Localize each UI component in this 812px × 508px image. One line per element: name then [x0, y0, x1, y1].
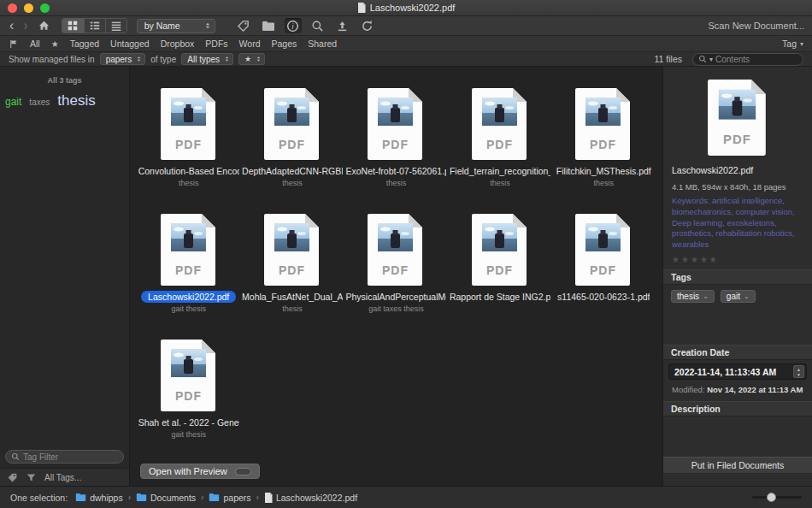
file-name[interactable]: Convolution-Based Encodin...: [138, 165, 239, 177]
date-stepper[interactable]: ▲▼: [793, 365, 804, 378]
zoom-slider-track[interactable]: [752, 496, 802, 499]
breadcrumb-item[interactable]: dwhipps: [75, 493, 123, 503]
file-cell[interactable]: PDF Laschowski2022.pdf gait thesis: [138, 213, 240, 314]
breadcrumb-item[interactable]: Laschowski2022.pdf: [264, 493, 357, 503]
pdf-file-icon: PDF: [471, 213, 529, 286]
file-name[interactable]: DepthAdaptedCNN-RGBD.pdf: [242, 165, 343, 177]
file-cell[interactable]: PDF Convolution-Based Encodin... thesis: [138, 87, 240, 188]
chevron-down-icon: ⌄: [744, 292, 750, 300]
refresh-button[interactable]: [359, 18, 376, 33]
file-tags: thesis: [594, 179, 615, 188]
tag-cloud-item[interactable]: thesis: [57, 92, 95, 109]
tag-pill-gait[interactable]: gait ⌄: [721, 290, 756, 303]
flag-icon[interactable]: [9, 38, 19, 50]
breadcrumb-item[interactable]: papers: [209, 493, 250, 503]
tag-menu-label: Tag: [782, 38, 797, 49]
contents-search-field[interactable]: ▾: [692, 53, 803, 66]
rating-scope-popup[interactable]: ★: [238, 53, 265, 65]
filter-dropbox[interactable]: Dropbox: [161, 38, 195, 49]
upload-button[interactable]: [334, 18, 351, 33]
filter-word[interactable]: Word: [239, 38, 261, 49]
star-filter-icon[interactable]: ★: [51, 39, 59, 49]
folder-icon: [75, 493, 86, 502]
folder-scope-popup[interactable]: papers: [100, 53, 146, 65]
file-name[interactable]: Mohla_FusAtNet_Dual_Atte...: [242, 291, 343, 303]
scan-new-document-button[interactable]: Scan New Document...: [709, 21, 805, 31]
all-tags-button[interactable]: All Tags...: [44, 473, 81, 482]
tag-pill-label: gait: [727, 292, 740, 301]
file-cell[interactable]: PDF Field_terrain_recognition_b... thesi…: [449, 87, 551, 188]
breadcrumb-item[interactable]: Documents: [136, 493, 196, 503]
file-name[interactable]: ExoNet-frobt-07-562061.pdf: [345, 165, 446, 177]
file-name[interactable]: Filitchkin_MSThesis.pdf: [556, 165, 651, 177]
folder-button[interactable]: [260, 18, 277, 33]
folder-icon: [136, 493, 147, 502]
put-in-filed-documents-button[interactable]: Put in Filed Documents: [663, 457, 812, 474]
home-button[interactable]: [36, 18, 53, 33]
file-cell[interactable]: PDF PhysicalAndPerceptualMea... gait tax…: [344, 213, 447, 314]
file-cell[interactable]: PDF Mohla_FusAtNet_Dual_Atte... thesis: [241, 213, 344, 314]
minimize-window-button[interactable]: [24, 3, 33, 13]
file-tags: thesis: [179, 179, 199, 188]
svg-text:PDF: PDF: [175, 389, 202, 403]
tag-button[interactable]: [235, 18, 252, 33]
search-icon: [311, 20, 324, 32]
file-cell[interactable]: PDF Shah et al. - 2022 - Genera... gait …: [138, 339, 240, 440]
open-with-preview-button[interactable]: Open with Preview: [140, 464, 260, 479]
contents-search-input[interactable]: [715, 55, 797, 64]
tag-cloud-item[interactable]: gait: [5, 96, 21, 108]
zoom-window-button[interactable]: [40, 3, 50, 13]
filter-pdfs[interactable]: PDFs: [205, 38, 227, 49]
filter-all[interactable]: All: [30, 38, 40, 49]
filter-untagged[interactable]: Untagged: [110, 38, 150, 49]
tag-menu-button[interactable]: Tag ▾: [782, 38, 803, 49]
file-name[interactable]: Shah et al. - 2022 - Genera...: [138, 416, 239, 428]
tag-filter-field[interactable]: [5, 450, 124, 464]
close-window-button[interactable]: [8, 3, 17, 13]
sort-by-popup[interactable]: by Name: [137, 19, 215, 33]
view-list-detail-button[interactable]: [84, 19, 105, 32]
file-name[interactable]: Field_terrain_recognition_b...: [450, 165, 550, 177]
creation-date-field[interactable]: 2022-11-14, 11:13:43 AM ▲▼: [668, 363, 807, 380]
modified-label: Modified:: [672, 385, 705, 394]
filter-shared[interactable]: Shared: [308, 38, 337, 49]
type-scope-popup[interactable]: All types: [181, 53, 233, 65]
file-cell[interactable]: PDF ExoNet-frobt-07-562061.pdf thesis: [344, 87, 447, 188]
search-button[interactable]: [309, 18, 327, 33]
info-button[interactable]: i: [285, 18, 302, 33]
tag-filter-input[interactable]: [23, 452, 118, 462]
preview-app-toggle[interactable]: [235, 468, 251, 476]
main-panel: PDF Convolution-Based Encodin... thesis …: [130, 67, 662, 486]
file-cell[interactable]: PDF DepthAdaptedCNN-RGBD.pdf thesis: [241, 87, 344, 188]
file-name[interactable]: Rapport de Stage ING2.pdf: [450, 291, 550, 303]
rating-stars[interactable]: ★★★★★: [663, 252, 812, 266]
view-grid-button[interactable]: [62, 19, 84, 32]
folder-icon: [209, 493, 220, 502]
file-cell[interactable]: PDF s11465-020-0623-1.pdf: [552, 213, 655, 314]
file-name[interactable]: s11465-020-0623-1.pdf: [557, 291, 650, 303]
chevron-down-icon: ▾: [709, 56, 713, 63]
open-with-label: Open with Preview: [149, 466, 227, 476]
tag-cloud-item[interactable]: taxes: [29, 97, 50, 107]
filter-tagged[interactable]: Tagged: [70, 38, 99, 49]
svg-text:PDF: PDF: [382, 263, 409, 277]
creation-date-value[interactable]: 2022-11-14, 11:13:43 AM: [674, 367, 793, 377]
file-tags: thesis: [282, 304, 303, 314]
inspector-file-info: 4.1 MB, 594w x 840h, 18 pages: [663, 175, 812, 194]
file-name[interactable]: PhysicalAndPerceptualMea...: [345, 291, 446, 303]
filter-pages[interactable]: Pages: [272, 38, 297, 49]
filter-funnel-icon[interactable]: [26, 472, 37, 483]
view-list-button[interactable]: [105, 19, 127, 32]
svg-text:PDF: PDF: [486, 138, 513, 151]
tag-pill-thesis[interactable]: thesis ⌄: [671, 290, 715, 303]
file-cell[interactable]: PDF Rapport de Stage ING2.pdf: [449, 213, 551, 314]
back-button[interactable]: ‹: [8, 19, 15, 32]
file-tags: gait thesis: [171, 304, 206, 314]
file-name[interactable]: Laschowski2022.pdf: [141, 291, 236, 303]
info-icon: i: [286, 20, 299, 32]
zoom-slider-knob[interactable]: [767, 493, 776, 502]
zoom-slider[interactable]: [752, 496, 802, 499]
forward-button[interactable]: ›: [21, 19, 29, 32]
tag-icon[interactable]: [7, 472, 18, 483]
file-cell[interactable]: PDF Filitchkin_MSThesis.pdf thesis: [552, 87, 655, 188]
